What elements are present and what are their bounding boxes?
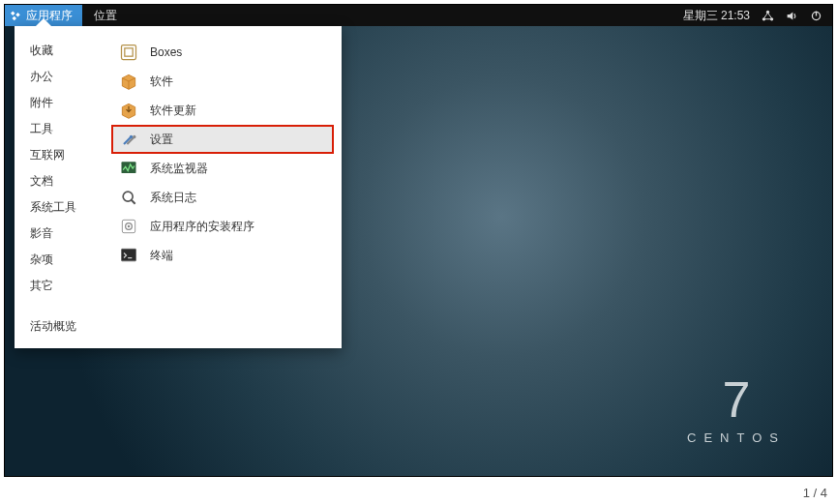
centos-name: CENTOS <box>687 430 786 445</box>
category-sound-video[interactable]: 影音 <box>15 221 104 247</box>
svg-point-8 <box>133 135 135 138</box>
category-sundry[interactable]: 杂项 <box>15 247 104 273</box>
svg-rect-4 <box>816 11 817 15</box>
app-label: Boxes <box>150 45 182 59</box>
terminal-icon <box>119 246 138 265</box>
power-icon[interactable] <box>810 10 822 22</box>
app-boxes[interactable]: Boxes <box>111 38 334 67</box>
app-settings[interactable]: 设置 <box>111 125 334 154</box>
app-label: 系统监视器 <box>150 161 208 177</box>
network-icon[interactable] <box>762 10 774 22</box>
applications-menu-popup: 收藏 办公 附件 工具 互联网 文档 系统工具 影音 杂项 其它 活动概览 Bo… <box>15 26 342 348</box>
settings-icon <box>119 130 138 149</box>
system-log-icon <box>119 188 138 207</box>
menu-places-label: 位置 <box>94 9 117 22</box>
installer-icon <box>119 217 138 236</box>
svg-point-7 <box>130 135 133 138</box>
desktop-frame: 应用程序 位置 星期三 21:53 收藏 办公 附件 工具 互联网 文档 <box>4 4 833 477</box>
menu-places[interactable]: 位置 <box>82 8 129 24</box>
top-bar-right: 星期三 21:53 <box>673 8 832 24</box>
top-bar: 应用程序 位置 星期三 21:53 <box>5 5 832 26</box>
svg-rect-14 <box>122 249 136 261</box>
clock-label[interactable]: 星期三 21:53 <box>683 8 750 24</box>
category-office[interactable]: 办公 <box>15 64 104 90</box>
app-label: 软件更新 <box>150 103 196 119</box>
activities-overview[interactable]: 活动概览 <box>15 309 104 348</box>
centos-branding: 7 CENTOS <box>687 374 786 445</box>
menu-apps-list: Boxes 软件 软件更新 设置 <box>104 26 342 348</box>
app-software-update[interactable]: 软件更新 <box>111 96 334 125</box>
app-terminal[interactable]: 终端 <box>111 241 334 270</box>
volume-icon[interactable] <box>786 10 798 22</box>
app-system-monitor[interactable]: 系统监视器 <box>111 154 334 183</box>
centos-version: 7 <box>687 374 786 425</box>
svg-point-13 <box>128 225 131 228</box>
category-system-tools[interactable]: 系统工具 <box>15 194 104 221</box>
software-icon <box>119 72 138 91</box>
category-documentation[interactable]: 文档 <box>15 168 104 194</box>
app-label: 软件 <box>150 74 173 90</box>
page-indicator: 1 / 4 <box>803 486 827 500</box>
category-other[interactable]: 其它 <box>15 273 104 299</box>
menu-categories: 收藏 办公 附件 工具 互联网 文档 系统工具 影音 杂项 其它 活动概览 <box>15 26 104 348</box>
system-monitor-icon <box>119 159 138 178</box>
software-update-icon <box>119 101 138 120</box>
feet-icon <box>11 10 22 21</box>
svg-rect-5 <box>122 45 136 60</box>
category-accessories[interactable]: 附件 <box>15 90 104 116</box>
category-favorites[interactable]: 收藏 <box>15 38 104 64</box>
app-installer[interactable]: 应用程序的安装程序 <box>111 212 334 241</box>
app-label: 系统日志 <box>150 190 196 206</box>
category-utilities[interactable]: 工具 <box>15 116 104 142</box>
app-system-log[interactable]: 系统日志 <box>111 183 334 212</box>
app-label: 应用程序的安装程序 <box>150 219 254 235</box>
app-label: 终端 <box>150 248 173 264</box>
boxes-icon <box>119 43 138 62</box>
category-internet[interactable]: 互联网 <box>15 142 104 168</box>
app-label: 设置 <box>150 132 173 148</box>
app-software[interactable]: 软件 <box>111 67 334 96</box>
